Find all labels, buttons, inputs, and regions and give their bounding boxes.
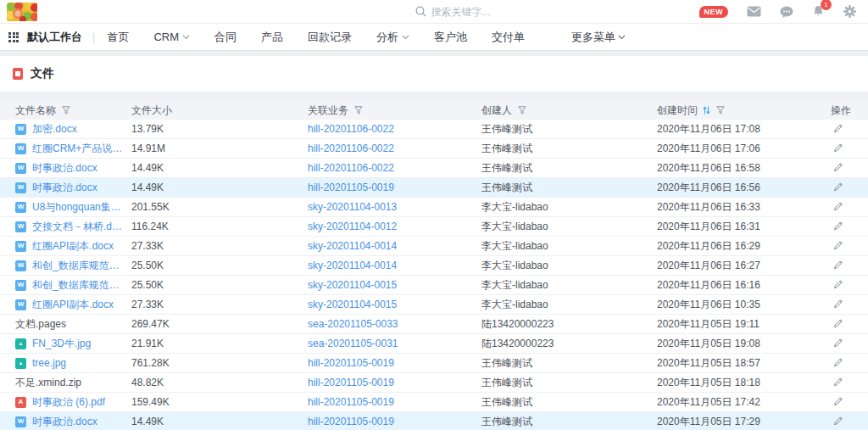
nav-item[interactable]: 分析 [376,30,409,45]
file-name-link[interactable]: 和创_数据库规范_20171124.doc [32,259,123,273]
edit-pencil-icon[interactable] [833,279,843,289]
apps-grid-icon[interactable] [8,32,19,42]
file-name-link[interactable]: 红圈API副本.docx [32,298,114,312]
edit-pencil-icon[interactable] [833,142,843,153]
related-business-link[interactable]: hill-20201105-0019 [308,181,394,193]
edit-pencil-icon[interactable] [833,181,843,192]
table-row[interactable]: 文档.pages 269.47K sea-20201105-0033 陆1342… [0,315,868,334]
table-row[interactable]: ▲ tree.jpg 761.28K hill-20201105-0019 王伟… [0,354,868,373]
related-business-link[interactable]: sky-20201104-0013 [308,201,397,213]
file-name-link[interactable]: 红圈API副本.docx [32,239,114,254]
edit-pencil-icon[interactable] [833,201,843,211]
table-row[interactable]: W 加密.docx 13.79K hill-20201106-0022 王伟峰测… [0,120,868,139]
column-header[interactable]: 关联业务 [308,103,481,118]
file-size: 201.55K [131,201,308,213]
table-row[interactable]: W U8与hongquan集成方案.docx 201.55K sky-20201… [0,198,868,217]
file-size: 27.33K [131,299,308,310]
nav-item[interactable]: 回款记录 [308,30,352,45]
nav-item[interactable]: CRM [153,31,190,43]
page-title: 文件 [31,66,54,81]
search-input[interactable] [431,6,576,18]
nav-item[interactable]: 交付单 [492,30,525,45]
edit-pencil-icon[interactable] [833,396,843,406]
more-menu-button[interactable]: 更多菜单 [571,30,626,45]
filter-icon[interactable] [62,106,70,114]
related-business-link[interactable]: sky-20201104-0014 [308,260,397,271]
file-name-link[interactable]: 时事政治.docx [32,415,97,429]
related-business-link[interactable]: hill-20201106-0022 [308,123,394,135]
table-row[interactable]: ▲ FN_3D牛.jpg 21.91K sea-20201105-0031 陆1… [0,334,868,354]
file-name-link[interactable]: 红圈CRM+产品说明201901_前端... [32,142,123,156]
related-business-link[interactable]: sky-20201104-0012 [308,221,397,232]
table-row[interactable]: 不足.xmind.zip 48.82K hill-20201105-0019 王… [0,373,868,393]
settings-gear-icon[interactable] [843,5,856,18]
nav-item-label: 首页 [107,30,129,45]
related-business-link[interactable]: hill-20201105-0019 [308,416,394,427]
nav-item[interactable]: 产品 [261,30,283,45]
related-business-link[interactable]: hill-20201105-0019 [308,377,394,388]
related-business-link[interactable]: sky-20201104-0014 [308,240,397,252]
file-name-link[interactable]: tree.jpg [32,357,66,369]
column-header[interactable]: 文件名称 [15,103,131,118]
notification-bell-icon[interactable]: 1 [812,5,825,18]
column-header[interactable]: 文件大小 [131,103,308,118]
edit-pencil-icon[interactable] [833,318,843,328]
spacer-gap [0,92,868,101]
file-name-link[interactable]: 加密.docx [32,122,77,137]
file-name-link[interactable]: 和创_数据库规范_20171124.doc [32,278,123,293]
related-business-link[interactable]: sky-20201104-0015 [308,279,397,291]
related-business-link[interactable]: hill-20201105-0019 [308,357,394,369]
file-name-link[interactable]: FN_3D牛.jpg [32,337,91,351]
edit-pencil-icon[interactable] [833,299,843,309]
edit-pencil-icon[interactable] [833,260,843,270]
mail-icon[interactable] [747,6,761,17]
column-header[interactable]: 创建时间 [657,103,831,118]
file-size: 48.82K [131,377,308,388]
filter-icon[interactable] [354,106,363,114]
table-row[interactable]: W 红圈CRM+产品说明201901_前端... 14.91M hill-202… [0,139,868,159]
edit-pencil-icon[interactable] [833,240,843,250]
app-window: NEW 1 默认工作台 | 首页CRM合同产品回款记录分析客户池交付单 更多菜单… [0,0,868,430]
edit-pencil-icon[interactable] [833,338,843,348]
nav-item[interactable]: 客户池 [434,30,467,45]
sort-icon[interactable] [703,106,710,114]
related-business-link[interactable]: sky-20201104-0015 [308,299,397,310]
related-business-link[interactable]: sea-20201105-0031 [308,338,398,349]
table-row[interactable]: W 时事政治.docx 14.49K hill-20201105-0019 王伟… [0,178,868,198]
app-logo[interactable] [7,3,37,21]
table-row[interactable]: W 交接文档－林桥.docx 116.24K sky-20201104-0012… [0,217,868,237]
related-business-link[interactable]: hill-20201106-0022 [308,162,394,174]
edit-pencil-icon[interactable] [833,377,843,387]
related-business-link[interactable]: hill-20201105-0019 [308,396,394,408]
related-business-link[interactable]: sea-20201105-0033 [308,318,398,330]
create-time: 2020年11月06日 16:27 [657,259,831,273]
table-row[interactable]: W 红圈API副本.docx 27.33K sky-20201104-0014 … [0,237,868,256]
workspace-title[interactable]: 默认工作台 [27,30,82,45]
table-row[interactable]: W 时事政治.docx 14.49K hill-20201106-0022 王伟… [0,159,868,178]
nav-item[interactable]: 首页 [107,30,129,45]
edit-pencil-icon[interactable] [833,221,843,231]
filter-icon[interactable] [518,106,526,114]
file-name-link[interactable]: 时事政治.docx [32,181,97,195]
file-name-link[interactable]: 时事政治 (6).pdf [32,395,105,410]
table-row[interactable]: A 时事政治 (6).pdf 159.49K hill-20201105-001… [0,393,868,412]
edit-pencil-icon[interactable] [833,162,843,172]
file-name-link[interactable]: 时事政治.docx [32,161,97,176]
table-row[interactable]: W 红圈API副本.docx 27.33K sky-20201104-0015 … [0,295,868,315]
file-name-link[interactable]: U8与hongquan集成方案.docx [32,200,123,215]
table-row[interactable]: W 和创_数据库规范_20171124.doc 25.50K sky-20201… [0,276,868,295]
edit-pencil-icon[interactable] [833,416,843,426]
nav-item[interactable]: 合同 [214,30,236,45]
filter-icon[interactable] [716,106,725,114]
edit-pencil-icon[interactable] [833,357,843,367]
global-search[interactable] [415,6,598,18]
table-row[interactable]: W 和创_数据库规范_20171124.doc 25.50K sky-20201… [0,256,868,276]
column-header[interactable]: 创建人 [481,103,657,118]
related-business-link[interactable]: hill-20201106-0022 [308,142,394,154]
create-time: 2020年11月05日 19:11 [657,317,831,332]
column-header[interactable]: 操作 [831,103,868,118]
edit-pencil-icon[interactable] [833,123,843,133]
file-name-link[interactable]: 交接文档－林桥.docx [32,220,123,234]
chat-icon[interactable] [780,6,793,18]
table-row[interactable]: W 时事政治.docx 14.49K hill-20201105-0019 王伟… [0,412,868,430]
